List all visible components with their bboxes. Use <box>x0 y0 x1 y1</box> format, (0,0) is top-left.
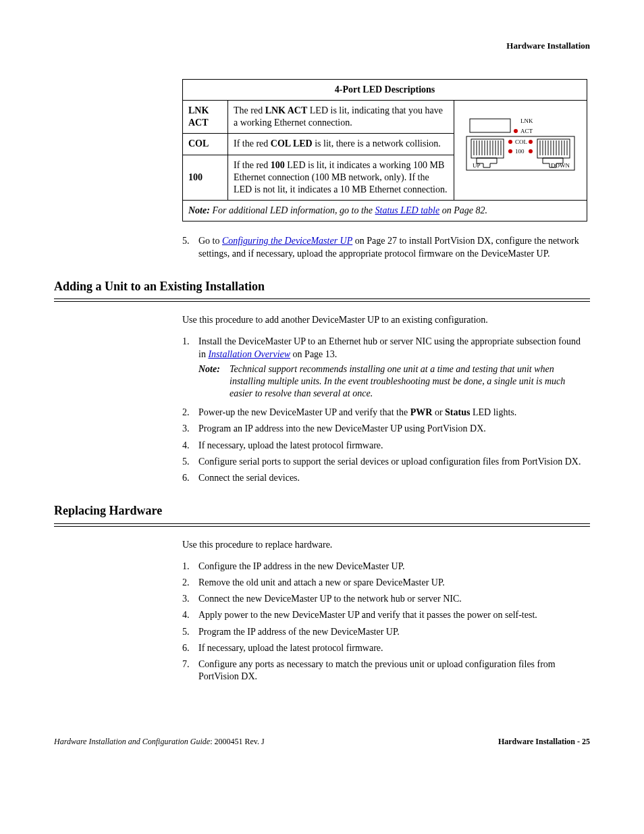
svg-point-31 <box>529 140 533 144</box>
row-label: LNK ACT <box>183 101 228 134</box>
continuation-step-list: 5. Go to Configuring the DeviceMaster UP… <box>182 235 590 259</box>
row-label: 100 <box>183 155 228 201</box>
installation-overview-link[interactable]: Installation Overview <box>208 349 290 359</box>
note-label: Note: <box>188 205 210 215</box>
svg-point-32 <box>508 149 512 153</box>
list-item: 3.Connect the new DeviceMaster UP to the… <box>182 593 590 605</box>
list-item: 4.Apply power to the new DeviceMaster UP… <box>182 609 590 621</box>
page-footer: Hardware Installation and Configuration … <box>54 737 590 748</box>
svg-text:UP: UP <box>473 162 481 169</box>
section-rule <box>54 523 590 527</box>
inline-note: Note: Technical support recommends insta… <box>198 363 590 400</box>
list-item: 1.Configure the IP address in the new De… <box>182 561 590 573</box>
row-desc: If the red 100 LED is lit, it indicates … <box>228 155 454 201</box>
svg-rect-0 <box>470 119 510 132</box>
led-descriptions-table: 4-Port LED Descriptions LNK ACT The red … <box>182 79 587 222</box>
section-rule <box>54 298 590 302</box>
section-intro: Use this procedure to add another Device… <box>182 314 590 326</box>
row-label: COL <box>183 134 228 155</box>
footer-left: Hardware Installation and Configuration … <box>54 737 265 748</box>
status-led-table-link[interactable]: Status LED table <box>375 205 440 215</box>
list-item: 2.Remove the old unit and attach a new o… <box>182 577 590 589</box>
configuring-devicemaster-link[interactable]: Configuring the DeviceMaster UP <box>222 236 352 246</box>
footer-right: Hardware Installation - 25 <box>498 737 590 748</box>
svg-text:LNK: LNK <box>520 118 533 124</box>
list-item: 3.Program an IP address into the new Dev… <box>182 423 590 435</box>
section-heading-adding: Adding a Unit to an Existing Installatio… <box>54 279 590 294</box>
list-item: 5. Go to Configuring the DeviceMaster UP… <box>182 235 590 259</box>
list-item: 5.Program the IP address of the new Devi… <box>182 626 590 638</box>
led-diagram: LNK ACT COL 100 UP DOWN <box>454 101 587 201</box>
adding-steps-list: 1. Install the DeviceMaster UP to an Eth… <box>182 336 590 484</box>
list-item: 2. Power-up the new DeviceMaster UP and … <box>182 407 590 419</box>
table-title: 4-Port LED Descriptions <box>183 79 587 100</box>
list-item: 6.If necessary, upload the latest protoc… <box>182 642 590 654</box>
svg-point-34 <box>529 149 533 153</box>
section-heading-replacing: Replacing Hardware <box>54 503 590 519</box>
list-item: 5.Configure serial ports to support the … <box>182 456 590 468</box>
svg-point-2 <box>514 129 518 133</box>
svg-text:100: 100 <box>515 148 525 155</box>
page-header: Hardware Installation <box>54 41 590 52</box>
list-item: 1. Install the DeviceMaster UP to an Eth… <box>182 336 590 402</box>
svg-point-29 <box>508 140 512 144</box>
svg-text:COL: COL <box>515 138 527 145</box>
list-item: 6.Connect the serial devices. <box>182 472 590 484</box>
svg-text:DOWN: DOWN <box>551 162 570 169</box>
list-item: 7.Configure any ports as necessary to ma… <box>182 658 590 683</box>
svg-text:ACT: ACT <box>520 128 533 134</box>
section-intro: Use this procedure to replace hardware. <box>182 539 590 551</box>
row-desc: The red LNK ACT LED is lit, indicating t… <box>228 101 454 134</box>
table-row: LNK ACT The red LNK ACT LED is lit, indi… <box>183 101 587 134</box>
row-desc: If the red COL LED is lit, there is a ne… <box>228 134 454 155</box>
table-note-row: Note: For additional LED information, go… <box>183 201 587 221</box>
replacing-steps-list: 1.Configure the IP address in the new De… <box>182 561 590 683</box>
list-item: 4.If necessary, upload the latest protoc… <box>182 440 590 452</box>
